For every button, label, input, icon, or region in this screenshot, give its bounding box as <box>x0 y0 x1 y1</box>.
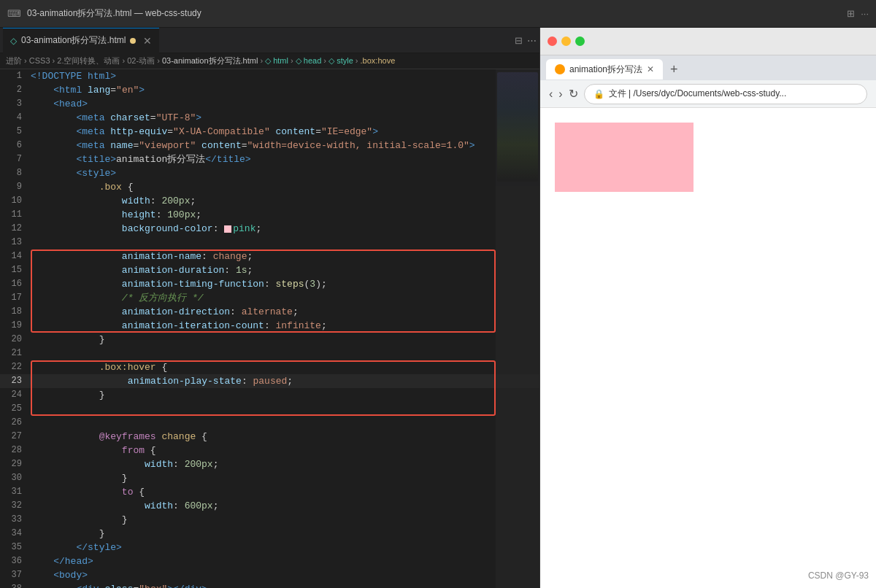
line-29: 29 width: 200px; <box>0 457 539 471</box>
line-32: 32 width: 600px; <box>0 499 539 513</box>
browser-refresh-btn[interactable]: ↻ <box>569 87 578 101</box>
editor-tab[interactable]: ◇ 03-animation拆分写法.html ✕ <box>3 28 159 53</box>
browser-tab-close-btn[interactable]: ✕ <box>647 64 654 74</box>
browser-forward-btn[interactable]: › <box>558 88 562 101</box>
editor-tabbar: ◇ 03-animation拆分写法.html ✕ ⊟ ⋯ <box>0 28 539 53</box>
line-28: 28 from { <box>0 444 539 457</box>
line-21: 21 <box>0 347 539 360</box>
line-5: 5 <meta http-equiv="X-UA-Compatible" con… <box>0 125 539 139</box>
line-16: 16 animation-timing-function: steps(3); <box>0 277 539 291</box>
tab-modified-indicator <box>130 38 136 44</box>
browser-tab-favicon <box>555 64 565 74</box>
editor-panel: ◇ 03-animation拆分写法.html ✕ ⊟ ⋯ 进阶 › CSS3 … <box>0 28 540 588</box>
line-12: 12 background-color: pink; <box>0 222 539 236</box>
browser-new-tab-btn[interactable]: + <box>666 63 683 76</box>
browser-back-btn[interactable]: ‹ <box>549 88 553 101</box>
breadcrumb-text: 进阶 › CSS3 › 2.空间转换、动画 › 02-动画 › 03-anima… <box>6 55 395 66</box>
tab-label: 03-animation拆分写法.html <box>21 34 126 47</box>
layout-icon: ⊞ <box>847 8 855 19</box>
tab-close-btn[interactable]: ✕ <box>143 35 152 47</box>
browser-titlebar <box>540 28 876 55</box>
line-15: 15 animation-duration: 1s; <box>0 263 539 277</box>
line-2: 2 <html lang="en"> <box>0 83 539 97</box>
line-24: 24 } <box>0 388 539 402</box>
browser-tab-label: animation拆分写法 <box>569 63 642 76</box>
address-lock-icon: 🔒 <box>593 89 604 99</box>
line-19: 19 animation-iteration-count: infinite; <box>0 319 539 333</box>
more-actions-icon[interactable]: ⋯ <box>527 35 537 46</box>
browser-content: CSDN @GY-93 <box>540 108 876 588</box>
line-23: 23 ▎ animation-play-state: paused; <box>0 374 539 388</box>
line-14: 14 animation-name: change; <box>0 249 539 263</box>
tab-actions: ⊟ ⋯ <box>515 35 537 46</box>
line-27: 27 @keyframes change { <box>0 430 539 444</box>
browser-address-box[interactable]: 🔒 文件 | /Users/dyc/Documents/web-css-stud… <box>584 84 867 104</box>
split-editor-icon[interactable]: ⊟ <box>515 35 523 46</box>
watermark: CSDN @GY-93 <box>808 570 869 581</box>
line-10: 10 width: 200px; <box>0 194 539 208</box>
browser-tabbar: animation拆分写法 ✕ + <box>540 55 876 80</box>
line-18: 18 animation-direction: alternate; <box>0 305 539 319</box>
line-13: 13 <box>0 236 539 249</box>
line-30: 30 } <box>0 471 539 485</box>
line-9: 9 .box { <box>0 180 539 194</box>
line-20: 20 } <box>0 333 539 347</box>
line-17: 17 /* 反方向执行 */ <box>0 291 539 305</box>
line-34: 34 } <box>0 527 539 541</box>
browser-tab-active[interactable]: animation拆分写法 ✕ <box>546 59 663 80</box>
browser-maximize-btn[interactable] <box>575 36 585 46</box>
minimap-content <box>496 69 539 185</box>
line-37: 37 <body> <box>0 568 539 582</box>
more-icon: ··· <box>861 8 869 19</box>
vscode-titlebar: ⌨ 03-animation拆分写法.html — web-css-study … <box>0 0 876 28</box>
vscode-title: 03-animation拆分写法.html — web-css-study <box>27 7 201 20</box>
line-38: 38 <div class="box"></div> <box>0 582 539 588</box>
line-36: 36 </head> <box>0 554 539 568</box>
browser-address-text: 文件 | /Users/dyc/Documents/web-css-study.… <box>609 88 787 100</box>
browser-window-controls <box>548 36 585 46</box>
browser-addressbar: ‹ › ↻ 🔒 文件 | /Users/dyc/Documents/web-cs… <box>540 80 876 108</box>
line-11: 11 height: 100px; <box>0 208 539 222</box>
browser-minimize-btn[interactable] <box>561 36 571 46</box>
line-31: 31 to { <box>0 485 539 499</box>
html-icon: ◇ <box>10 36 17 46</box>
line-7: 7 <title>animation拆分写法</title> <box>0 152 539 166</box>
line-1: 1 <!DOCTYPE html> <box>0 69 539 83</box>
animated-box <box>555 123 694 192</box>
line-3: 3 <head> <box>0 97 539 111</box>
lines-container: 1 <!DOCTYPE html> 2 <html lang="en"> 3 <… <box>0 69 539 588</box>
breadcrumb: 进阶 › CSS3 › 2.空间转换、动画 › 02-动画 › 03-anima… <box>0 53 539 69</box>
line-25: 25 <box>0 402 539 416</box>
browser-close-btn[interactable] <box>548 36 557 46</box>
code-editor[interactable]: 1 <!DOCTYPE html> 2 <html lang="en"> 3 <… <box>0 69 539 588</box>
line-8: 8 <style> <box>0 166 539 180</box>
line-35: 35 </style> <box>0 541 539 554</box>
line-22: 22 .box:hover { <box>0 360 539 374</box>
line-4: 4 <meta charset="UTF-8"> <box>0 111 539 125</box>
code-editor-wrapper: 1 <!DOCTYPE html> 2 <html lang="en"> 3 <… <box>0 69 539 588</box>
browser-panel: animation拆分写法 ✕ + ‹ › ↻ 🔒 文件 | /Users/dy… <box>540 28 876 588</box>
minimap <box>496 69 539 588</box>
line-33: 33 } <box>0 513 539 527</box>
line-26: 26 <box>0 416 539 430</box>
line-6: 6 <meta name="viewport" content="width=d… <box>0 139 539 152</box>
